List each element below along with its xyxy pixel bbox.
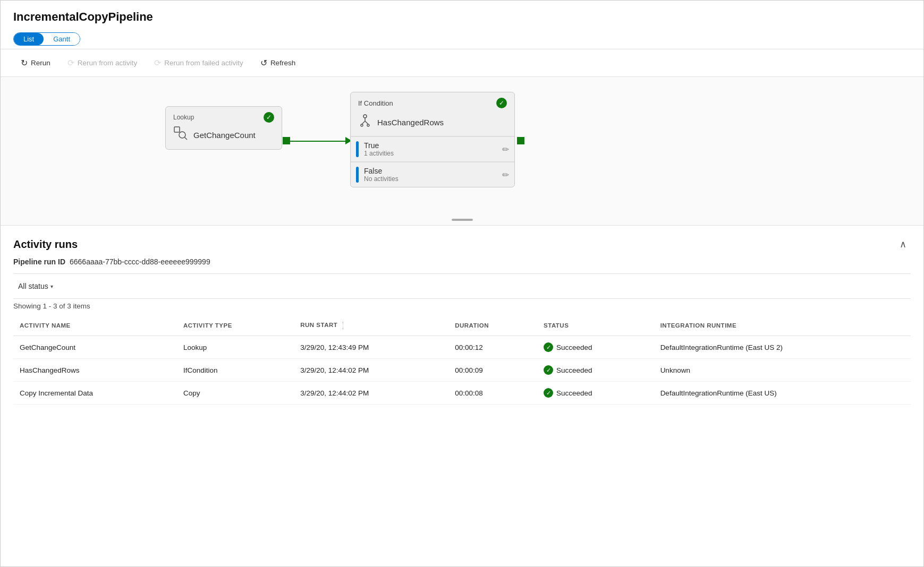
- refresh-icon: ↺: [260, 58, 267, 68]
- col-activity-type: ACTIVITY TYPE: [177, 315, 294, 336]
- cell-activity-name: Copy Incremental Data: [13, 382, 177, 405]
- status-success-icon: ✓: [544, 342, 553, 352]
- cell-duration: 00:00:12: [448, 336, 537, 359]
- table-row[interactable]: Copy Incremental Data Copy 3/29/20, 12:4…: [13, 382, 911, 405]
- rerun-from-failed-button[interactable]: ⟳ Rerun from failed activity: [147, 55, 251, 71]
- cell-run-start: 3/29/20, 12:44:02 PM: [294, 382, 448, 405]
- false-branch-edit-icon[interactable]: ✏: [502, 170, 509, 180]
- col-integration-runtime: INTEGRATION RUNTIME: [654, 315, 911, 336]
- true-branch-edit[interactable]: ✏: [497, 137, 514, 161]
- refresh-label: Refresh: [270, 59, 295, 67]
- if-node-name: HasChangedRows: [377, 118, 444, 127]
- col-status: STATUS: [537, 315, 654, 336]
- rerun-icon: ↻: [21, 58, 28, 68]
- list-toggle-btn[interactable]: List: [14, 33, 44, 45]
- status-success-icon: ✓: [544, 388, 553, 398]
- pipeline-canvas[interactable]: Lookup ✓ GetChangeCount: [1, 77, 923, 226]
- cell-activity-name: GetChangeCount: [13, 336, 177, 359]
- scroll-indicator[interactable]: [452, 219, 473, 221]
- cell-status: ✓ Succeeded: [537, 336, 654, 359]
- refresh-button[interactable]: ↺ Refresh: [253, 55, 303, 71]
- cell-duration: 00:00:09: [448, 359, 537, 382]
- rerun-label: Rerun: [31, 59, 50, 67]
- section-header: Activity runs ∧: [13, 236, 911, 252]
- status-label: Succeeded: [556, 366, 592, 374]
- true-branch-edit-icon[interactable]: ✏: [502, 144, 509, 154]
- section-title: Activity runs: [13, 238, 78, 251]
- false-branch-edit[interactable]: ✏: [497, 162, 514, 187]
- page-title: IncrementalCopyPipeline: [1, 1, 923, 29]
- connector-left-square: [283, 137, 290, 144]
- rerun-from-label: Rerun from activity: [78, 59, 138, 67]
- table-header-row: ACTIVITY NAME ACTIVITY TYPE RUN START ↑↓…: [13, 315, 911, 336]
- rerun-button[interactable]: ↻ Rerun: [13, 55, 58, 71]
- svg-point-8: [361, 124, 363, 126]
- true-branch-label: True: [364, 141, 497, 150]
- run-id-value: 6666aaaa-77bb-cccc-dd88-eeeeee999999: [70, 257, 210, 266]
- gantt-toggle-btn[interactable]: Gantt: [44, 33, 80, 45]
- rerun-from-activity-button[interactable]: ⟳ Rerun from activity: [60, 55, 145, 71]
- status-filter-label: All status: [18, 282, 48, 290]
- svg-line-2: [185, 138, 188, 140]
- items-count: Showing 1 - 3 of 3 items: [13, 299, 911, 315]
- run-id-row: Pipeline run ID 6666aaaa-77bb-cccc-dd88-…: [13, 257, 911, 266]
- true-branch-row[interactable]: True 1 activities ✏: [351, 136, 514, 161]
- cell-activity-type: Lookup: [177, 336, 294, 359]
- if-node-header: If Condition ✓: [351, 92, 514, 111]
- if-node-title-row: HasChangedRows: [351, 111, 514, 136]
- cell-activity-type: IfCondition: [177, 359, 294, 382]
- col-activity-name: ACTIVITY NAME: [13, 315, 177, 336]
- false-branch-bar: [356, 167, 359, 183]
- filter-bar: All status ▾: [13, 273, 911, 299]
- cell-runtime: Unknown: [654, 359, 911, 382]
- rerun-from-failed-label: Rerun from failed activity: [164, 59, 243, 67]
- lookup-success-badge: ✓: [264, 112, 274, 123]
- status-label: Succeeded: [556, 389, 592, 397]
- activity-table: ACTIVITY NAME ACTIVITY TYPE RUN START ↑↓…: [13, 315, 911, 405]
- true-branch-bar: [356, 141, 359, 157]
- lookup-node-name: GetChangeCount: [193, 131, 256, 140]
- rerun-from-icon: ⟳: [67, 58, 74, 68]
- cell-runtime: DefaultIntegrationRuntime (East US): [654, 382, 911, 405]
- svg-point-9: [367, 124, 369, 126]
- rerun-from-failed-icon: ⟳: [154, 58, 161, 68]
- cell-status: ✓ Succeeded: [537, 382, 654, 405]
- col-duration: DURATION: [448, 315, 537, 336]
- connector-line: [286, 141, 350, 142]
- lookup-node[interactable]: Lookup ✓ GetChangeCount: [165, 106, 282, 150]
- svg-line-7: [365, 121, 368, 124]
- cell-activity-name: HasChangedRows: [13, 359, 177, 382]
- svg-rect-0: [174, 127, 180, 132]
- lookup-node-icon: [173, 126, 188, 144]
- status-success-icon: ✓: [544, 365, 553, 375]
- status-label: Succeeded: [556, 343, 592, 351]
- if-node-icon: [358, 114, 372, 131]
- svg-point-1: [179, 132, 185, 138]
- collapse-button[interactable]: ∧: [895, 236, 911, 252]
- cell-run-start: 3/29/20, 12:44:02 PM: [294, 359, 448, 382]
- lookup-node-body: GetChangeCount: [173, 126, 274, 144]
- cell-runtime: DefaultIntegrationRuntime (East US 2): [654, 336, 911, 359]
- toolbar: ↻ Rerun ⟳ Rerun from activity ⟳ Rerun fr…: [1, 49, 923, 77]
- status-filter-dropdown[interactable]: All status ▾: [13, 279, 58, 293]
- lookup-node-type: Lookup: [173, 114, 194, 121]
- false-branch-activities: No activities: [364, 175, 497, 183]
- cell-status: ✓ Succeeded: [537, 359, 654, 382]
- table-row[interactable]: HasChangedRows IfCondition 3/29/20, 12:4…: [13, 359, 911, 382]
- svg-point-4: [363, 115, 367, 118]
- cell-duration: 00:00:08: [448, 382, 537, 405]
- if-success-badge: ✓: [496, 98, 507, 108]
- false-branch-label: False: [364, 167, 497, 175]
- true-branch-content: True 1 activities: [364, 137, 497, 161]
- false-branch-row[interactable]: False No activities ✏: [351, 162, 514, 187]
- connector-right-square: [517, 137, 524, 144]
- run-id-label: Pipeline run ID: [13, 257, 65, 266]
- table-row[interactable]: GetChangeCount Lookup 3/29/20, 12:43:49 …: [13, 336, 911, 359]
- toggle-bar: List Gantt: [1, 29, 923, 49]
- view-toggle[interactable]: List Gantt: [13, 32, 80, 46]
- sort-icon[interactable]: ↑↓: [342, 321, 344, 330]
- activity-runs-section: Activity runs ∧ Pipeline run ID 6666aaaa…: [1, 226, 923, 405]
- cell-activity-type: Copy: [177, 382, 294, 405]
- if-condition-node[interactable]: If Condition ✓ HasChangedRows: [350, 92, 515, 187]
- svg-line-6: [362, 121, 365, 124]
